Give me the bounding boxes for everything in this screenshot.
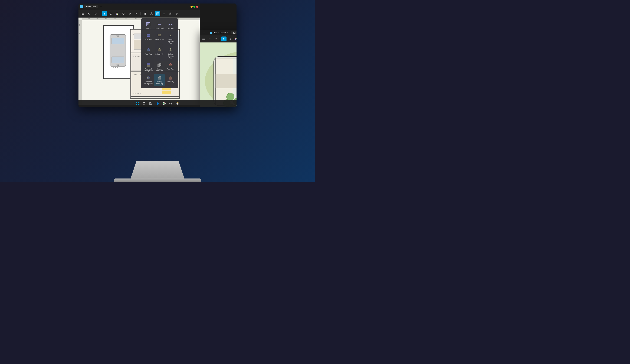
svg-point-27 [176, 13, 177, 14]
s-undo-btn[interactable] [207, 36, 212, 41]
menu-item-arc-wall[interactable]: Arc Wall [166, 20, 176, 31]
menu-item-straight-wall[interactable]: Straight Wall [154, 20, 164, 31]
menu-item-building-block-poly[interactable]: Building Block Poly [154, 74, 164, 86]
tab-villa[interactable]: Villa in the Hills ✕ [231, 31, 236, 34]
ceiling-opening-poly-label: Ceiling Opening Poly [166, 53, 175, 59]
menu-item-room[interactable]: Room [143, 20, 154, 31]
floor-ceil-poly-icon [146, 75, 151, 80]
s-select-btn[interactable] [221, 36, 226, 41]
ceiling-opening-rect-label: Ceiling Opening Rect [166, 38, 175, 44]
second-menu-button[interactable]: ≡ [202, 30, 207, 35]
titlebar: Home Plan + [78, 3, 200, 10]
undo-button[interactable] [86, 11, 92, 16]
svg-rect-19 [145, 13, 145, 14]
taskbar-windows[interactable] [135, 101, 140, 106]
taskbar-search[interactable] [141, 101, 147, 106]
select-button[interactable] [102, 11, 107, 16]
add-tab-button[interactable]: + [99, 5, 103, 8]
svg-point-153 [143, 102, 145, 104]
floor-rect-icon [146, 33, 151, 38]
menu-item-floor-poly[interactable]: Floor Poly [143, 46, 154, 60]
taskbar-settings[interactable] [168, 101, 174, 106]
svg-rect-89 [236, 38, 236, 39]
svg-marker-73 [169, 63, 172, 65]
svg-marker-87 [229, 38, 231, 40]
pan-button[interactable] [127, 11, 132, 16]
svg-rect-151 [136, 104, 137, 105]
homeplan-window: Home Plan + [78, 3, 200, 105]
search-button[interactable] [134, 11, 139, 16]
tab-homeplan[interactable]: Home Plan [84, 5, 98, 8]
menu-item-ceiling-poly[interactable]: Ceiling Poly [154, 46, 164, 60]
wall-icon [157, 22, 162, 27]
window-controls [190, 5, 198, 8]
taskbar-edge[interactable] [155, 101, 160, 106]
settings-button[interactable] [174, 11, 179, 16]
minimize-button[interactable] [190, 5, 192, 8]
svg-marker-6 [110, 13, 112, 15]
floorplan-content[interactable]: 15' 9" × 30' 0" 13' 2" × 9' 1" 13' 2" × … [82, 20, 200, 105]
menu-item-floor-and-ceiling-poly[interactable]: Floor and Ceiling Poly [143, 74, 154, 86]
s-menu-btn[interactable] [201, 36, 206, 41]
arc-wall-icon [168, 22, 173, 27]
s-structure-btn[interactable] [227, 36, 232, 41]
floor-poly-label: Floor Poly [145, 53, 152, 55]
snap-button[interactable] [121, 11, 126, 16]
tab-homeplan-label: Home Plan [86, 5, 96, 8]
svg-point-33 [116, 35, 119, 37]
floorplan-svg: 15' 9" × 30' 0" 13' 2" × 9' 1" 13' 2" × … [82, 20, 200, 105]
s-redo-btn[interactable] [213, 36, 218, 41]
svg-line-154 [145, 104, 146, 105]
maximize-button[interactable] [193, 5, 196, 8]
2d-plan-view[interactable]: 27' 11" × [200, 42, 236, 107]
menu-button[interactable] [80, 11, 86, 16]
menu-item-ceiling-rect[interactable]: Ceiling Rect [154, 31, 164, 45]
svg-text:19' 0" × 17' 0": 19' 0" × 17' 0" [133, 92, 142, 94]
taskbar-weather[interactable] [175, 101, 180, 106]
svg-line-159 [163, 103, 164, 104]
menu-item-roof-poly[interactable]: Roof Poly [166, 74, 176, 86]
svg-rect-1 [82, 13, 84, 14]
monitor-screen: Home Plan + [78, 3, 236, 107]
ruler-horizontal: -180 -170 -160 -150 -140 -130 -120 -110 … [82, 17, 200, 20]
svg-marker-65 [147, 48, 150, 51]
svg-marker-86 [223, 38, 225, 40]
svg-rect-49 [134, 40, 142, 49]
taskbar-files[interactable] [148, 101, 154, 106]
taskbar-chrome[interactable] [161, 101, 167, 106]
2d-view-button[interactable] [155, 11, 160, 16]
close-gallery-tab[interactable]: ✕ [227, 32, 228, 34]
svg-marker-68 [170, 49, 171, 51]
canvas-area[interactable]: -180 -170 -160 -150 -140 -130 -120 -110 … [78, 17, 200, 105]
svg-point-163 [177, 103, 178, 105]
ceiling-poly-icon [157, 47, 162, 52]
menu-item-building-block-rect[interactable]: Building Block Rect [154, 61, 164, 73]
svg-text:13' 2" × 10': 13' 2" × 10' [133, 55, 140, 57]
svg-rect-8 [117, 13, 118, 13]
person-button[interactable] [149, 11, 154, 16]
menu-item-roof-rect[interactable]: Roof Rect [166, 61, 176, 73]
library-button[interactable] [142, 11, 148, 16]
layers-button[interactable] [168, 11, 173, 16]
menu-item-floor-rect[interactable]: Floor Rect [143, 31, 154, 45]
tab-project-gallery[interactable]: Project Gallery ✕ [208, 31, 230, 34]
menu-item-floor-and-ceiling-rect[interactable]: Floor and Ceiling Rect [143, 61, 154, 73]
material-button[interactable] [114, 11, 120, 16]
menu-item-ceiling-opening-rect[interactable]: Ceiling Opening Rect [166, 31, 176, 45]
svg-rect-59 [147, 34, 150, 36]
svg-rect-53 [148, 23, 149, 25]
svg-rect-31 [112, 38, 124, 44]
svg-line-158 [165, 103, 166, 104]
redo-button[interactable] [93, 11, 98, 16]
house-button[interactable] [161, 11, 167, 16]
room-label: Room [146, 27, 150, 29]
taskbar [78, 100, 236, 107]
second-toolbar [200, 35, 236, 42]
structure-button[interactable] [108, 11, 114, 16]
ceiling-open-poly-icon [168, 47, 173, 52]
s-material-btn[interactable] [233, 36, 236, 41]
building-block-poly-label: Building Block Poly [155, 81, 164, 85]
close-button[interactable] [196, 5, 198, 8]
menu-item-ceiling-opening-poly[interactable]: Ceiling Opening Poly [166, 46, 176, 60]
svg-marker-79 [169, 76, 172, 79]
